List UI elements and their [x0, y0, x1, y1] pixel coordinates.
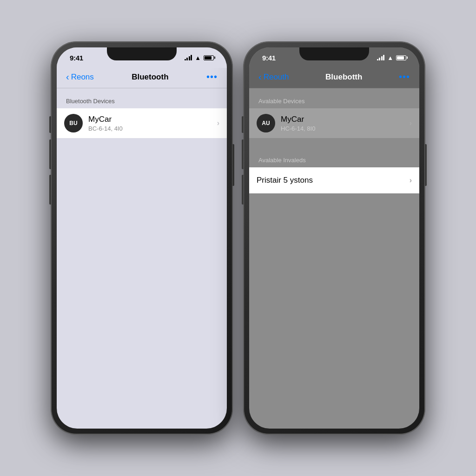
status-time-left: 9:41: [70, 54, 83, 62]
signal-bar-4: [191, 55, 192, 60]
status-time-right: 9:41: [262, 54, 276, 62]
left-phone: 9:41 ▲ ‹ Reons Bluetooth •••: [51, 42, 232, 434]
right-screen: 9:41 ▲ ‹ Reouth Bluebotth •••: [249, 47, 419, 429]
device-item-left-mycar[interactable]: BU MyCar BC-6-14, 4I0 ›: [57, 108, 227, 138]
nav-title-left: Bluetooth: [132, 73, 168, 82]
section-gap-right: [249, 138, 419, 147]
right-phone: 9:41 ▲ ‹ Reouth Bluebotth •••: [244, 42, 425, 434]
back-label-left: Reons: [71, 73, 94, 82]
battery-fill-right: [397, 56, 404, 60]
back-button-right[interactable]: ‹ Reouth: [258, 73, 289, 82]
volume-up-button: [49, 139, 51, 169]
more-button-right[interactable]: •••: [399, 72, 410, 82]
device-name-left: MyCar: [88, 115, 212, 124]
nav-bar-left: ‹ Reons Bluetooth •••: [57, 68, 227, 88]
status-icons-left: ▲: [185, 54, 214, 61]
mute-button: [49, 116, 51, 133]
mute-button-right: [242, 116, 244, 133]
section-header-right-0: Avalable Devices: [249, 88, 419, 108]
device-name-right: MyCar: [281, 115, 404, 124]
signal-icon-right: [377, 55, 385, 60]
device-id-left: BC-6-14, 4I0: [88, 125, 212, 132]
back-chevron-right: ‹: [258, 72, 262, 81]
wifi-icon-right: ▲: [387, 54, 393, 61]
back-label-right: Reouth: [264, 73, 289, 82]
signal-icon-left: [185, 55, 192, 60]
avatar-text-right: AU: [262, 120, 270, 126]
left-screen: 9:41 ▲ ‹ Reons Bluetooth •••: [57, 47, 227, 429]
invalids-item-right[interactable]: Pristair 5 ystons ›: [249, 167, 419, 193]
chevron-right-left: ›: [217, 119, 219, 127]
battery-icon-left: [204, 55, 214, 60]
signal-bar-1: [185, 59, 186, 60]
volume-up-button-right: [242, 139, 244, 169]
device-info-right: MyCar HC-6-14, 8I0: [281, 115, 404, 132]
signal-bar-r2: [379, 58, 380, 60]
section-header-left-0: Bluetooth Devices: [57, 88, 227, 108]
signal-bar-r4: [383, 55, 384, 60]
status-icons-right: ▲: [377, 54, 406, 61]
avatar-text-left: BU: [69, 120, 77, 126]
notch-left: [107, 47, 177, 60]
signal-bar-3: [189, 56, 190, 60]
section-header-right-1: Avalable Invaleds: [249, 147, 419, 167]
signal-bar-2: [186, 58, 188, 60]
battery-fill-left: [205, 56, 212, 60]
nav-bar-right: ‹ Reouth Bluebotth •••: [249, 68, 419, 88]
device-item-right-mycar[interactable]: AU MyCar HC-6-14, 8I0 ›: [249, 108, 419, 138]
volume-down-button-right: [242, 175, 244, 205]
power-button-right: [425, 144, 427, 186]
chevron-right-right: ›: [410, 119, 412, 127]
invalids-name-right: Pristair 5 ystons: [257, 176, 404, 185]
notch-right: [299, 47, 369, 60]
more-button-left[interactable]: •••: [206, 72, 218, 82]
signal-bar-r1: [377, 59, 378, 60]
power-button: [232, 144, 234, 186]
wifi-icon-left: ▲: [195, 54, 201, 61]
nav-title-right: Bluebotth: [325, 73, 362, 82]
chevron-right-invalids: ›: [410, 176, 412, 185]
device-info-left: MyCar BC-6-14, 4I0: [88, 115, 212, 132]
volume-down-button: [49, 175, 51, 205]
device-id-right: HC-6-14, 8I0: [281, 125, 404, 132]
back-chevron-left: ‹: [66, 72, 69, 81]
battery-icon-right: [396, 55, 406, 60]
back-button-left[interactable]: ‹ Reons: [66, 73, 94, 82]
device-avatar-right: AU: [257, 114, 275, 132]
device-avatar-left: BU: [64, 114, 83, 132]
signal-bar-r3: [381, 56, 383, 60]
